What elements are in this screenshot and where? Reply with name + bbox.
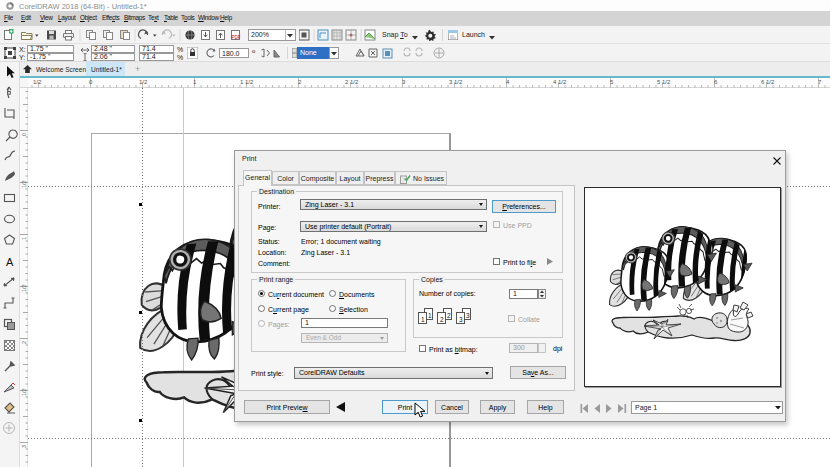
svg-text:2: 2 bbox=[447, 312, 451, 319]
svg-text:6: 6 bbox=[714, 79, 718, 85]
svg-text:3: 3 bbox=[466, 312, 470, 319]
svg-text:1: 1 bbox=[21, 237, 27, 240]
svg-text:3 1/2: 3 1/2 bbox=[449, 79, 463, 85]
svg-text:2: 2 bbox=[298, 79, 302, 85]
svg-text:1/2: 1/2 bbox=[33, 79, 42, 85]
svg-text:3: 3 bbox=[21, 445, 27, 448]
svg-text:7: 7 bbox=[818, 79, 822, 85]
svg-text:0: 0 bbox=[89, 79, 93, 85]
svg-text:1/2: 1/2 bbox=[139, 79, 148, 85]
svg-text:1: 1 bbox=[421, 316, 425, 323]
svg-text:1: 1 bbox=[193, 79, 197, 85]
svg-text:6 1/2: 6 1/2 bbox=[761, 79, 775, 85]
svg-text:5: 5 bbox=[610, 79, 614, 85]
svg-text:3: 3 bbox=[402, 79, 406, 85]
svg-text:4 1/2: 4 1/2 bbox=[553, 79, 567, 85]
svg-text:2: 2 bbox=[21, 341, 27, 344]
svg-text:2: 2 bbox=[440, 316, 444, 323]
svg-text:1/2: 1/2 bbox=[21, 284, 27, 292]
svg-text:4: 4 bbox=[506, 79, 510, 85]
svg-text:5 1/2: 5 1/2 bbox=[657, 79, 671, 85]
svg-text:2 1/2: 2 1/2 bbox=[345, 79, 359, 85]
svg-text:1/2: 1/2 bbox=[21, 388, 27, 396]
svg-text:1/2: 1/2 bbox=[21, 180, 27, 188]
svg-text:3: 3 bbox=[459, 316, 463, 323]
svg-text:PDF: PDF bbox=[232, 35, 241, 40]
svg-text:1 1/2: 1 1/2 bbox=[240, 79, 254, 85]
svg-text:A: A bbox=[6, 256, 14, 268]
svg-text:1: 1 bbox=[428, 312, 432, 319]
svg-text:0: 0 bbox=[21, 133, 27, 136]
